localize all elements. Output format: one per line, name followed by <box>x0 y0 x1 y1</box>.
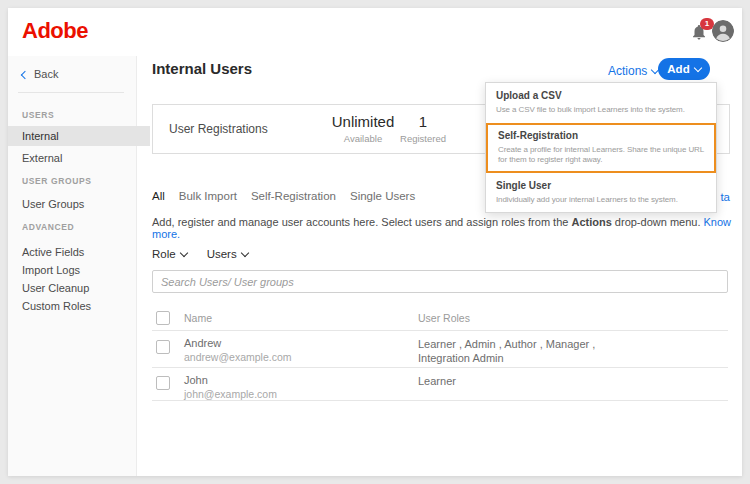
role-filter-label: Role <box>152 248 176 260</box>
back-button[interactable]: Back <box>22 68 58 80</box>
chevron-down-icon <box>179 249 187 257</box>
avatar-icon <box>712 20 734 42</box>
page-title: Internal Users <box>152 60 252 77</box>
menu-item-description: Create a profile for internal Learners. … <box>498 145 704 166</box>
search-input[interactable] <box>152 270 728 293</box>
actions-dropdown-button[interactable]: Actions <box>608 64 658 78</box>
sidebar-item-user-groups[interactable]: User Groups <box>8 194 150 214</box>
column-header-roles: User Roles <box>418 312 470 324</box>
registered-label: Registered <box>368 133 478 144</box>
notifications-bell-icon[interactable]: 1 <box>690 23 708 41</box>
menu-item-title: Single User <box>496 180 706 192</box>
menu-item-self-registration[interactable]: Self-Registration Create a profile for i… <box>486 123 716 173</box>
page-description: Add, register and manage user accounts h… <box>152 216 742 240</box>
menu-item-description: Individually add your internal Learners … <box>496 195 706 206</box>
sidebar-item-external[interactable]: External <box>8 148 150 168</box>
description-text: Add, register and manage user accounts h… <box>152 216 571 228</box>
sidebar-item-internal[interactable]: Internal <box>8 126 150 146</box>
sidebar-section-advanced: ADVANCED <box>22 222 74 232</box>
adobe-logo[interactable]: Adobe <box>22 18 88 44</box>
menu-item-title: Self-Registration <box>498 130 704 142</box>
screen: Adobe 1 Back USERS Internal External USE… <box>0 0 750 484</box>
description-bold: Actions <box>571 216 611 228</box>
tab-bar: All Bulk Import Self-Registration Single… <box>152 190 415 202</box>
user-roles: Learner , Admin , Author , Manager , Int… <box>418 337 633 365</box>
menu-item-title: Upload a CSV <box>496 90 706 102</box>
tab-self-registration[interactable]: Self-Registration <box>251 190 336 202</box>
table-row-divider <box>152 367 728 368</box>
user-avatar[interactable] <box>712 20 734 42</box>
add-label: Add <box>667 63 689 75</box>
row-checkbox[interactable] <box>156 340 170 354</box>
user-roles: Learner <box>418 374 633 388</box>
users-filter[interactable]: Users <box>207 248 248 260</box>
menu-item-single-user[interactable]: Single User Individually add your intern… <box>486 173 716 213</box>
user-email: andrew@example.com <box>184 351 292 363</box>
users-filter-label: Users <box>207 248 237 260</box>
add-button[interactable]: Add <box>658 58 710 80</box>
actions-label: Actions <box>608 64 647 78</box>
description-suffix: drop-down menu. <box>612 216 704 228</box>
sidebar-item-custom-roles[interactable]: Custom Roles <box>8 296 150 316</box>
chevron-down-icon <box>240 249 248 257</box>
tab-single-users[interactable]: Single Users <box>350 190 415 202</box>
add-dropdown-menu: Upload a CSV Use a CSV file to bulk impo… <box>485 82 717 213</box>
sidebar-section-users: USERS <box>22 110 54 120</box>
registered-stat: 1 Registered <box>368 113 478 144</box>
menu-item-upload-csv[interactable]: Upload a CSV Use a CSV file to bulk impo… <box>486 83 716 123</box>
role-filter[interactable]: Role <box>152 248 187 260</box>
select-all-checkbox[interactable] <box>156 311 170 325</box>
sidebar-item-user-cleanup[interactable]: User Cleanup <box>8 278 150 298</box>
tab-bulk-import[interactable]: Bulk Import <box>179 190 237 202</box>
user-name: John <box>184 374 208 386</box>
user-email: john@example.com <box>184 388 277 400</box>
sidebar-item-import-logs[interactable]: Import Logs <box>8 260 150 280</box>
sidebar-divider <box>18 92 124 93</box>
user-name: Andrew <box>184 337 221 349</box>
menu-item-description: Use a CSV file to bulk import Learners i… <box>496 105 706 116</box>
row-checkbox[interactable] <box>156 376 170 390</box>
table-row-divider <box>152 400 728 401</box>
sidebar: Back USERS Internal External USER GROUPS… <box>8 56 137 476</box>
registered-value: 1 <box>368 113 478 130</box>
sidebar-section-user-groups: USER GROUPS <box>22 176 91 186</box>
registrations-title: User Registrations <box>169 122 268 136</box>
filter-bar: Role Users <box>152 248 248 260</box>
partially-hidden-link[interactable]: ta <box>720 191 730 203</box>
chevron-down-icon <box>693 64 701 72</box>
table-header-divider <box>152 330 728 331</box>
tab-all[interactable]: All <box>152 190 165 202</box>
column-header-name: Name <box>184 312 212 324</box>
sidebar-item-active-fields[interactable]: Active Fields <box>8 242 150 262</box>
back-label: Back <box>34 68 58 80</box>
chevron-left-icon <box>21 71 29 79</box>
app-window: Adobe 1 Back USERS Internal External USE… <box>8 8 742 476</box>
